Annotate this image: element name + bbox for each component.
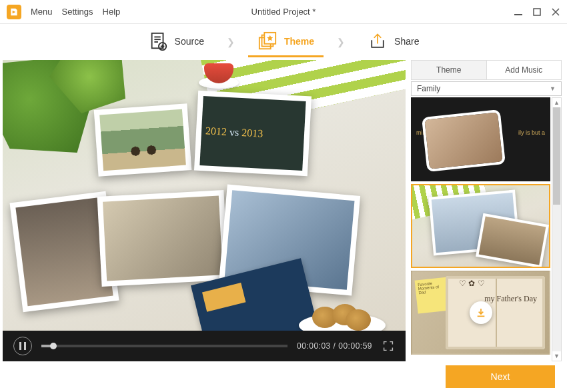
close-button[interactable] (551, 7, 560, 17)
scroll-track[interactable] (552, 107, 561, 351)
app-logo-icon (7, 5, 21, 19)
scroll-up-button[interactable]: ▲ (552, 98, 561, 107)
window-controls (514, 7, 560, 17)
theme-item-family-quote[interactable]: mily is but a ily is but a (411, 97, 550, 181)
svg-rect-1 (534, 9, 540, 15)
source-icon (148, 31, 168, 51)
cookies-graphic (299, 277, 386, 331)
theme-panel: Theme Add Music Family ▼ mily is but a i… (411, 60, 562, 361)
preview-column: 2012 vs 2013 00:00:03 / 00:00:59 (3, 60, 406, 361)
minimize-button[interactable] (514, 7, 523, 17)
title-bar: Menu Settings Help Untitled Project * (0, 0, 567, 24)
theme-scrollbar[interactable]: ▲ ▼ (552, 97, 562, 361)
step-share-label: Share (394, 36, 419, 47)
step-theme-label: Theme (284, 36, 314, 47)
step-theme[interactable]: Theme (248, 27, 324, 57)
seek-thumb[interactable] (50, 343, 57, 349)
step-share[interactable]: Share (358, 27, 428, 57)
step-nav: Source ❯ Theme ❯ Share (0, 24, 567, 60)
side-tabs: Theme Add Music (411, 60, 562, 80)
chevron-right-icon: ❯ (227, 37, 235, 47)
fullscreen-button[interactable] (382, 339, 395, 353)
preview-photo: 2012 vs 2013 (194, 91, 312, 177)
tab-theme[interactable]: Theme (412, 61, 486, 79)
category-value: Family (417, 84, 440, 93)
step-source[interactable]: Source (139, 27, 213, 57)
pause-button[interactable] (13, 337, 32, 355)
scroll-thumb[interactable] (553, 107, 560, 205)
chevron-down-icon: ▼ (550, 85, 556, 92)
svg-rect-13 (24, 342, 26, 350)
theme-title-text: my Father's Day (484, 295, 537, 303)
menu-menu[interactable]: Menu (31, 7, 53, 17)
chevron-right-icon: ❯ (337, 37, 345, 47)
hearts-icon: ♡ ✿ ♡ (459, 279, 485, 288)
time-display: 00:00:03 / 00:00:59 (297, 341, 372, 351)
menu-settings[interactable]: Settings (62, 7, 93, 17)
preview-canvas: 2012 vs 2013 (3, 60, 406, 331)
theme-icon (257, 31, 277, 51)
next-button[interactable]: Next (446, 365, 555, 388)
preview-photo (94, 103, 192, 177)
theme-list: mily is but a ily is but a Favorite Mome… (411, 97, 550, 361)
tab-add-music[interactable]: Add Music (486, 61, 562, 79)
menu-help[interactable]: Help (103, 7, 121, 17)
theme-item-fathers-day[interactable]: Favorite Moments of Dad ♡ ✿ ♡ my Father'… (411, 271, 550, 355)
download-icon[interactable] (470, 301, 492, 324)
svg-rect-0 (514, 14, 522, 15)
teacup-graphic (199, 60, 239, 89)
seek-slider[interactable] (41, 345, 288, 347)
theme-caption: ily is but a (518, 129, 545, 136)
main-area: 2012 vs 2013 00:00:03 / 00:00:59 Theme A… (0, 60, 567, 361)
theme-item-family-collage[interactable] (411, 184, 550, 268)
footer: Next (0, 361, 567, 392)
project-title: Untitled Project * (251, 7, 316, 17)
theme-category-select[interactable]: Family ▼ (411, 81, 562, 96)
svg-rect-12 (19, 342, 21, 350)
player-bar: 00:00:03 / 00:00:59 (3, 331, 406, 361)
preview-photo (97, 190, 229, 287)
maximize-button[interactable] (532, 7, 542, 17)
scroll-down-button[interactable]: ▼ (552, 351, 561, 361)
share-icon (368, 31, 388, 51)
step-source-label: Source (175, 36, 204, 47)
